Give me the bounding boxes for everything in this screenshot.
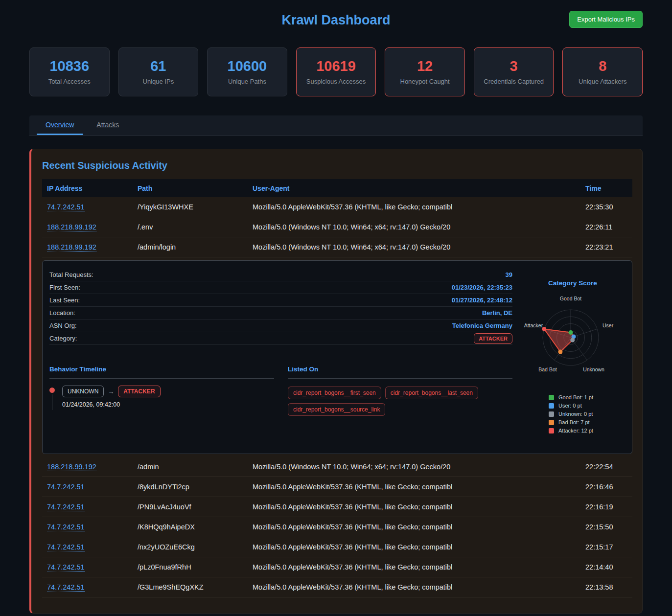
behavior-timeline-heading: Behavior Timeline bbox=[49, 365, 274, 379]
legend-swatch-icon bbox=[549, 420, 554, 425]
ip-address-link[interactable]: 74.7.242.51 bbox=[47, 543, 85, 551]
info-value: 39 bbox=[506, 271, 512, 278]
info-label: Total Requests: bbox=[49, 271, 93, 278]
info-row: Total Requests: 39 bbox=[49, 269, 512, 281]
legend-item: Bad Bot: 7 pt bbox=[549, 419, 625, 425]
column-header: Path bbox=[133, 183, 248, 194]
stat-card: 10836 Total Accesses bbox=[29, 47, 110, 96]
info-value: Berlin, DE bbox=[482, 309, 512, 317]
table-row: 74.7.242.51 /nx2yUOZuE6Ckg Mozilla/5.0 A… bbox=[42, 537, 632, 557]
user-agent-cell: Mozilla/5.0 AppleWebKit/537.36 (KHTML, l… bbox=[248, 481, 580, 493]
ip-address-link[interactable]: 74.7.242.51 bbox=[47, 563, 85, 571]
listed-on-badge[interactable]: cidr_report_bogons__first_seen bbox=[288, 387, 381, 399]
stats-row: 10836 Total Accesses 61 Unique IPs 10600… bbox=[29, 47, 643, 96]
user-agent-cell: Mozilla/5.0 AppleWebKit/537.36 (KHTML, l… bbox=[248, 521, 580, 533]
stat-value: 61 bbox=[150, 59, 166, 74]
stat-card: 12 Honeypot Caught bbox=[385, 47, 465, 96]
time-cell: 22:15:17 bbox=[580, 541, 632, 553]
path-cell: /K8HQq9hAipeDX bbox=[133, 521, 248, 533]
stat-value: 12 bbox=[417, 59, 433, 74]
stat-value: 10836 bbox=[49, 59, 89, 74]
legend-swatch-icon bbox=[549, 428, 554, 433]
listed-on-badges: cidr_report_bogons__first_seencidr_repor… bbox=[288, 387, 512, 416]
stat-card: 10600 Unique Paths bbox=[207, 47, 287, 96]
table-rows-after-detail: 188.218.99.192 /admin Mozilla/5.0 (Windo… bbox=[42, 457, 632, 597]
ip-address-link[interactable]: 74.7.242.51 bbox=[47, 523, 85, 531]
radar-data-point bbox=[569, 330, 573, 335]
stat-card: 3 Credentials Captured bbox=[474, 47, 554, 96]
legend-swatch-icon bbox=[549, 411, 554, 417]
info-label: First Seen: bbox=[49, 284, 80, 291]
stat-label: Total Accesses bbox=[48, 78, 91, 85]
listed-on-badge[interactable]: cidr_report_bogons__last_seen bbox=[385, 387, 478, 399]
path-cell: /YiqykGI13WHXE bbox=[133, 201, 248, 213]
time-cell: 22:16:19 bbox=[580, 501, 632, 513]
info-label: Category: bbox=[49, 335, 77, 342]
tab-attacks[interactable]: Attacks bbox=[88, 115, 128, 135]
legend-item: Unknown: 0 pt bbox=[549, 411, 625, 417]
ip-info-list: Total Requests: 39 First Seen: 01/23/202… bbox=[49, 269, 512, 345]
tab-overview[interactable]: Overview bbox=[37, 115, 83, 135]
timeline-events: UNKNOWN → ATTACKER 01/24/2026, 09:42:00 bbox=[49, 386, 274, 410]
time-cell: 22:14:40 bbox=[580, 561, 632, 573]
ip-address-link[interactable]: 74.7.242.51 bbox=[47, 203, 85, 211]
ip-address-link[interactable]: 74.7.242.51 bbox=[47, 583, 85, 592]
column-header: IP Address bbox=[42, 183, 133, 194]
info-label: Last Seen: bbox=[49, 297, 80, 304]
listed-on-badge[interactable]: cidr_report_bogons__source_link bbox=[288, 403, 385, 416]
legend-label: User: 0 pt bbox=[558, 403, 582, 409]
category-to-badge: ATTACKER bbox=[118, 386, 160, 397]
radar-axis-label: Attacker bbox=[524, 322, 543, 328]
stat-value: 10619 bbox=[316, 59, 356, 74]
table-row: 74.7.242.51 /8ykdLnDYTi2cp Mozilla/5.0 A… bbox=[42, 477, 632, 497]
stat-label: Unique Paths bbox=[228, 78, 266, 85]
timeline-timestamp: 01/24/2026, 09:42:00 bbox=[62, 401, 161, 408]
user-agent-cell: Mozilla/5.0 (Windows NT 10.0; Win64; x64… bbox=[248, 221, 580, 233]
time-cell: 22:35:30 bbox=[580, 201, 632, 213]
ip-address-link[interactable]: 188.218.99.192 bbox=[47, 223, 96, 231]
user-agent-cell: Mozilla/5.0 AppleWebKit/537.36 (KHTML, l… bbox=[248, 561, 580, 573]
stat-label: Unique Attackers bbox=[579, 78, 626, 85]
user-agent-cell: Mozilla/5.0 (Windows NT 10.0; Win64; x64… bbox=[248, 461, 580, 473]
radar-axis-label: Good Bot bbox=[560, 296, 581, 301]
table-row: 74.7.242.51 /K8HQq9hAipeDX Mozilla/5.0 A… bbox=[42, 517, 632, 537]
radar-data-point bbox=[570, 338, 575, 342]
path-cell: /admin bbox=[133, 461, 248, 473]
page-content: Krawl Dashboard Export Malicious IPs 108… bbox=[29, 0, 643, 614]
ip-address-link[interactable]: 188.218.99.192 bbox=[47, 243, 96, 251]
stat-card: 61 Unique IPs bbox=[118, 47, 199, 96]
ip-address-link[interactable]: 74.7.242.51 bbox=[47, 483, 85, 491]
legend-item: Attacker: 12 pt bbox=[549, 428, 625, 433]
info-label: ASN Org: bbox=[49, 322, 77, 329]
legend-label: Good Bot: 1 pt bbox=[558, 394, 593, 400]
detail-two-column: Behavior Timeline UNKNOWN → ATTACKER 01/… bbox=[49, 365, 512, 416]
stat-card: 10619 Suspicious Accesses bbox=[296, 47, 376, 96]
stat-label: Unique IPs bbox=[143, 78, 174, 85]
table-row: 74.7.242.51 /YiqykGI13WHXE Mozilla/5.0 A… bbox=[42, 197, 632, 217]
table-row: 188.218.99.192 /admin Mozilla/5.0 (Windo… bbox=[42, 457, 632, 477]
table-row: 74.7.242.51 /G3Lme9ShEQgXKZ Mozilla/5.0 … bbox=[42, 577, 632, 597]
tab-bar: OverviewAttacks bbox=[29, 115, 643, 136]
user-agent-cell: Mozilla/5.0 AppleWebKit/537.36 (KHTML, l… bbox=[248, 201, 580, 213]
path-cell: /nx2yUOZuE6Ckg bbox=[133, 541, 248, 553]
radar-data-point bbox=[558, 350, 562, 354]
export-malicious-ips-button[interactable]: Export Malicious IPs bbox=[569, 11, 643, 28]
user-agent-cell: Mozilla/5.0 AppleWebKit/537.36 (KHTML, l… bbox=[248, 501, 580, 513]
path-cell: /.env bbox=[133, 221, 248, 233]
ip-address-link[interactable]: 74.7.242.51 bbox=[47, 503, 85, 511]
radar-axis-label: Bad Bot bbox=[538, 366, 556, 372]
page-title: Krawl Dashboard bbox=[29, 0, 643, 28]
timeline-line bbox=[52, 394, 52, 410]
radar-chart: Good BotUserUnknownBad BotAttacker bbox=[520, 291, 624, 385]
timeline-event: UNKNOWN → ATTACKER 01/24/2026, 09:42:00 bbox=[49, 386, 274, 410]
stat-label: Credentials Captured bbox=[484, 78, 544, 85]
info-value: Telefonica Germany bbox=[452, 322, 512, 329]
info-row: Location: Berlin, DE bbox=[49, 307, 512, 319]
time-cell: 22:13:58 bbox=[580, 581, 632, 593]
column-header: User-Agent bbox=[248, 183, 580, 194]
radar-axis-label: User bbox=[602, 322, 614, 328]
timeline-marker bbox=[49, 386, 60, 410]
ip-address-link[interactable]: 188.218.99.192 bbox=[47, 463, 96, 471]
info-value: 01/27/2026, 22:48:12 bbox=[452, 297, 512, 304]
ip-detail-panel: Total Requests: 39 First Seen: 01/23/202… bbox=[42, 260, 632, 454]
